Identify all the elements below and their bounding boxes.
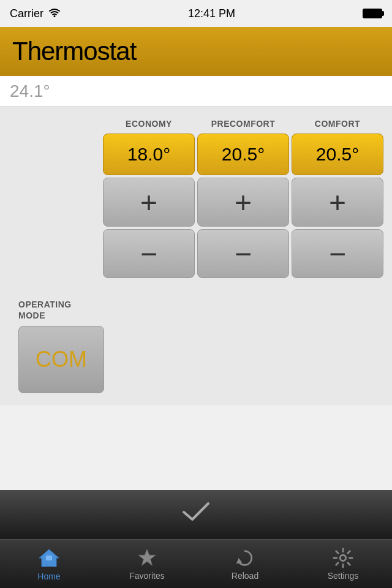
- status-carrier: Carrier: [10, 7, 61, 20]
- plus-comfort-button[interactable]: +: [292, 178, 383, 227]
- status-bar: Carrier 12:41 PM: [0, 0, 392, 27]
- minus-button-row: − − −: [6, 229, 386, 278]
- operating-mode-button[interactable]: COM: [18, 326, 104, 393]
- status-time: 12:41 PM: [188, 7, 235, 20]
- star-icon: [137, 548, 157, 568]
- header: Thermostat: [0, 27, 392, 76]
- tab-home-label: Home: [37, 571, 60, 581]
- minus-economy-button[interactable]: −: [103, 229, 195, 278]
- reload-icon: [235, 548, 255, 568]
- col-label-economy: ECONOMY: [103, 119, 195, 129]
- temp-display-row: 18.0° 20.5° 20.5°: [6, 134, 386, 175]
- tab-bar: Home Favorites Reload Settings: [0, 539, 392, 588]
- gear-icon: [333, 548, 353, 568]
- tab-settings-label: Settings: [328, 571, 359, 581]
- temp-display-precomfort: 20.5°: [197, 134, 289, 175]
- plus-economy-button[interactable]: +: [103, 178, 195, 227]
- svg-point-6: [340, 555, 345, 560]
- status-battery: [363, 9, 382, 18]
- temp-controls: ECONOMY PRECOMFORT COMFORT 18.0° 20.5° 2…: [6, 119, 386, 281]
- plus-button-row: + + +: [6, 178, 386, 227]
- col-label-comfort: COMFORT: [292, 119, 383, 129]
- svg-point-0: [54, 15, 56, 17]
- main-content: ECONOMY PRECOMFORT COMFORT 18.0° 20.5° 2…: [0, 107, 392, 405]
- checkmark-icon[interactable]: [181, 501, 211, 529]
- wifi-icon: [48, 7, 61, 20]
- svg-marker-5: [236, 558, 242, 564]
- temp-display-comfort: 20.5°: [292, 134, 383, 175]
- plus-precomfort-button[interactable]: +: [197, 178, 289, 227]
- page-title: Thermostat: [12, 37, 136, 66]
- tab-reload-label: Reload: [232, 571, 258, 581]
- svg-rect-2: [47, 560, 51, 567]
- tab-home[interactable]: Home: [0, 540, 98, 588]
- tab-reload[interactable]: Reload: [196, 540, 294, 588]
- action-bar: [0, 490, 392, 539]
- column-labels: ECONOMY PRECOMFORT COMFORT: [6, 119, 386, 129]
- home-icon: [38, 547, 60, 569]
- minus-comfort-button[interactable]: −: [292, 229, 383, 278]
- battery-icon: [363, 9, 382, 18]
- svg-rect-3: [46, 556, 52, 560]
- tab-settings[interactable]: Settings: [294, 540, 392, 588]
- tab-favorites[interactable]: Favorites: [98, 540, 196, 588]
- temp-display-economy: 18.0°: [103, 134, 195, 175]
- svg-marker-4: [138, 549, 156, 565]
- col-label-precomfort: PRECOMFORT: [197, 119, 289, 129]
- current-temp-bar: 24.1°: [0, 76, 392, 107]
- carrier-label: Carrier: [10, 7, 43, 20]
- minus-precomfort-button[interactable]: −: [197, 229, 289, 278]
- tab-favorites-label: Favorites: [129, 571, 165, 581]
- operating-mode-section: OPERATINGMODE COM: [6, 299, 386, 393]
- current-temp-value: 24.1°: [10, 81, 50, 101]
- operating-mode-label: OPERATINGMODE: [18, 299, 386, 321]
